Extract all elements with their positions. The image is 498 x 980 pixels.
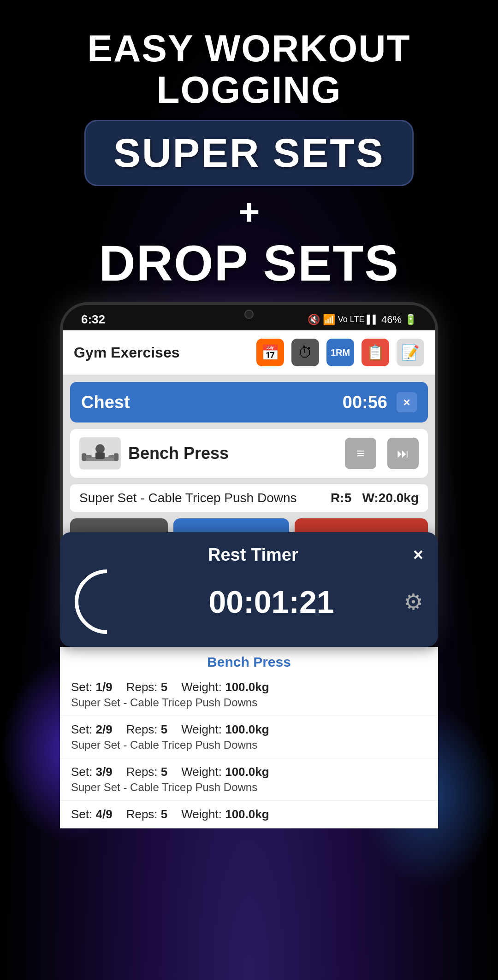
history-reps-1: Reps: 5 xyxy=(126,680,168,694)
rest-timer-title: Rest Timer xyxy=(93,545,413,565)
history-set-3: Set: 3/9 xyxy=(71,765,113,779)
workout-close-button[interactable]: × xyxy=(397,392,417,412)
history-weight-3: Weight: 100.0kg xyxy=(181,765,269,779)
history-set-2: Set: 2/9 xyxy=(71,722,113,737)
history-row-2: Set: 2/9 Reps: 5 Weight: 100.0kg Super S… xyxy=(60,716,438,758)
bench-press-svg xyxy=(82,440,119,467)
rest-timer-time: 00:01:21 xyxy=(153,584,390,620)
history-weight-1: Weight: 100.0kg xyxy=(181,680,269,694)
exercise-thumbnail xyxy=(79,437,121,469)
exercise-name: Bench Press xyxy=(128,444,334,463)
timer-header: Chest 00:56 × xyxy=(70,382,428,423)
history-superset-3: Super Set - Cable Tricep Push Downs xyxy=(71,781,427,794)
history-row-4-main: Set: 4/9 Reps: 5 Weight: 100.0kg xyxy=(71,807,427,822)
phone-camera xyxy=(244,310,254,319)
history-set-4: Set: 4/9 xyxy=(71,807,113,822)
superset-name: Super Set - Cable Tricep Push Downs xyxy=(79,491,297,505)
superset-info: Super Set - Cable Tricep Push Downs R:5 … xyxy=(70,484,428,512)
close-icon: × xyxy=(403,395,410,410)
log-icon[interactable]: 📋 xyxy=(362,339,389,366)
svg-point-3 xyxy=(95,444,105,453)
rest-timer-body: 00:01:21 ⚙ xyxy=(75,569,423,634)
workout-timer: 00:56 xyxy=(343,393,387,412)
superset-stats: R:5 W:20.0kg xyxy=(331,491,419,505)
history-reps-2: Reps: 5 xyxy=(126,722,168,737)
super-sets-label: SUPER SETS xyxy=(113,130,384,176)
rest-timer-overlay: Rest Timer × 00:01:21 ⚙ xyxy=(60,532,438,647)
exercise-skip-button[interactable]: ⏭ xyxy=(387,438,419,469)
super-sets-badge: SUPER SETS xyxy=(84,120,413,186)
battery-icon: 🔋 xyxy=(404,314,417,326)
history-row-4: Set: 4/9 Reps: 5 Weight: 100.0kg xyxy=(60,801,438,828)
history-reps-3: Reps: 5 xyxy=(126,765,168,779)
workout-label: Chest xyxy=(81,393,343,412)
svg-rect-6 xyxy=(108,455,115,458)
status-time: 6:32 xyxy=(81,312,105,327)
rest-timer-circle-icon xyxy=(61,556,153,647)
status-icons: 🔇 📶 Vo LTE ▌▌ 46% 🔋 xyxy=(308,314,417,326)
history-row-1: Set: 1/9 Reps: 5 Weight: 100.0kg Super S… xyxy=(60,674,438,716)
svg-rect-5 xyxy=(85,455,92,458)
rest-timer-gear-icon[interactable]: ⚙ xyxy=(403,589,423,615)
svg-rect-4 xyxy=(95,452,105,459)
app-bar: Gym Exercises 📅 ⏱ 1RM 📋 📝 xyxy=(63,330,435,375)
history-row-2-main: Set: 2/9 Reps: 5 Weight: 100.0kg xyxy=(71,722,427,737)
history-area: Bench Press Set: 1/9 Reps: 5 Weight: 100… xyxy=(60,647,438,828)
history-row-3: Set: 3/9 Reps: 5 Weight: 100.0kg Super S… xyxy=(60,758,438,801)
timer-icon[interactable]: ⏱ xyxy=(291,339,319,366)
phone-container: 6:32 🔇 📶 Vo LTE ▌▌ 46% 🔋 Gym Exercises 📅… xyxy=(60,302,438,647)
drop-sets-label: DROP SETS xyxy=(99,238,399,288)
notes-icon[interactable]: 📝 xyxy=(397,339,424,366)
skip-icon: ⏭ xyxy=(397,446,409,461)
plus-sign: + xyxy=(238,191,260,233)
history-row-1-main: Set: 1/9 Reps: 5 Weight: 100.0kg xyxy=(71,680,427,694)
wifi-icon: 📶 xyxy=(323,314,335,326)
main-content: EASY WORKOUT LOGGING SUPER SETS + DROP S… xyxy=(0,0,498,828)
history-reps-4: Reps: 5 xyxy=(126,807,168,822)
battery-label: 46% xyxy=(381,314,402,326)
history-superset-1: Super Set - Cable Tricep Push Downs xyxy=(71,696,427,709)
header-line1: EASY WORKOUT LOGGING xyxy=(0,28,498,111)
history-weight-4: Weight: 100.0kg xyxy=(181,807,269,822)
status-bar: 6:32 🔇 📶 Vo LTE ▌▌ 46% 🔋 xyxy=(63,305,435,330)
onerm-icon[interactable]: 1RM xyxy=(326,339,354,366)
history-superset-2: Super Set - Cable Tricep Push Downs xyxy=(71,739,427,751)
history-weight-2: Weight: 100.0kg xyxy=(181,722,269,737)
history-row-3-main: Set: 3/9 Reps: 5 Weight: 100.0kg xyxy=(71,765,427,779)
mute-icon: 🔇 xyxy=(308,314,320,326)
exercise-card: Bench Press ≡ ⏭ xyxy=(70,429,428,478)
rest-timer-header: Rest Timer × xyxy=(75,545,423,565)
rest-timer-close-button[interactable]: × xyxy=(413,545,423,565)
calendar-icon[interactable]: 📅 xyxy=(256,339,284,366)
history-set-1: Set: 1/9 xyxy=(71,680,113,694)
app-bar-title: Gym Exercises xyxy=(74,344,249,361)
list-icon: ≡ xyxy=(356,446,365,461)
exercise-list-button[interactable]: ≡ xyxy=(345,438,376,469)
history-exercise-name: Bench Press xyxy=(60,647,438,674)
signal-icon: Vo LTE ▌▌ xyxy=(338,315,379,324)
